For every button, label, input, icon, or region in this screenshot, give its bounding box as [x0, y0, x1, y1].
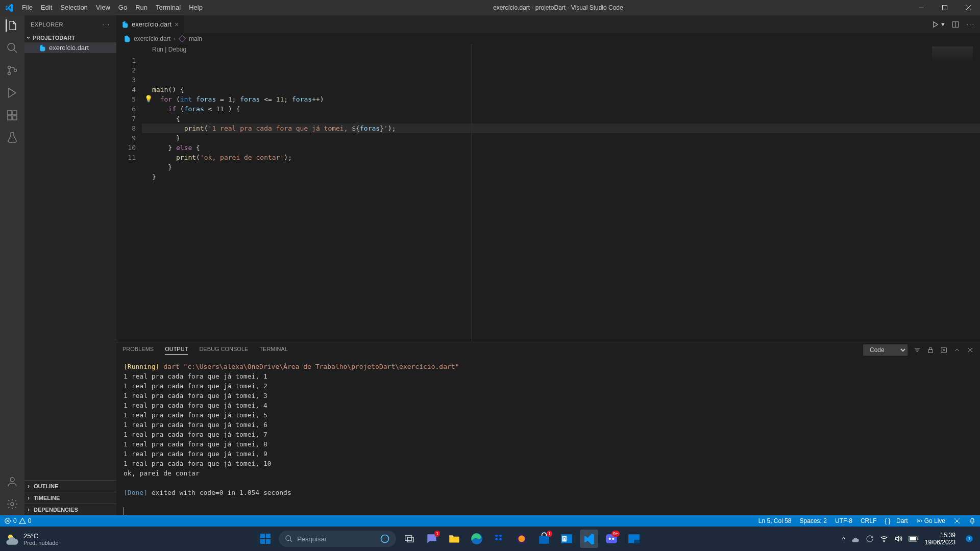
line-gutter: 1234567891011 [116, 44, 142, 342]
code-line[interactable]: print('ok, parei de contar'); [142, 153, 980, 162]
panel-tabs: PROBLEMSOUTPUTDEBUG CONSOLETERMINAL Code [116, 342, 980, 358]
menu-help[interactable]: Help [185, 0, 207, 15]
tray-update-icon[interactable] [866, 535, 874, 543]
taskbar-search[interactable]: Pesquisar [279, 531, 396, 547]
code-line[interactable]: } [142, 162, 980, 172]
code-line[interactable]: for (int foras = 1; foras <= 11; foras++… [142, 94, 980, 104]
dart-file-icon [124, 35, 131, 42]
accounts-icon[interactable] [6, 475, 18, 488]
tray-volume-icon[interactable] [894, 535, 902, 543]
menu-terminal[interactable]: Terminal [152, 0, 185, 15]
more-actions-icon[interactable]: ··· [966, 20, 975, 28]
sidebar-section-timeline[interactable]: TIMELINE [24, 492, 116, 504]
code-line[interactable]: } [142, 172, 980, 182]
output-content[interactable]: [Running] dart "c:\Users\alexa\OneDrive\… [116, 358, 980, 515]
status-errors[interactable]: 0 0 [0, 517, 35, 524]
editor-tab[interactable]: exercício.dart × [116, 15, 184, 33]
status-language[interactable]: { } Dart [880, 517, 912, 524]
taskbar-app-edge[interactable] [468, 530, 486, 548]
code-line[interactable]: if (foras < 11 ) { [142, 104, 980, 114]
testing-icon[interactable] [6, 132, 18, 144]
status-feedback-icon[interactable] [949, 517, 965, 524]
code-content[interactable]: main() { for (int foras = 1; foras <= 11… [142, 44, 980, 342]
clear-output-icon[interactable] [940, 346, 947, 354]
close-panel-icon[interactable] [967, 346, 974, 354]
menu-file[interactable]: File [18, 0, 37, 15]
tray-wifi-icon[interactable] [880, 535, 888, 543]
output-channel-select[interactable]: Code [863, 344, 908, 356]
taskbar-app-dropbox[interactable] [490, 530, 508, 548]
task-view-icon[interactable] [400, 530, 419, 548]
taskbar-app-eclipse[interactable] [512, 530, 531, 548]
panel-tab-debug-console[interactable]: DEBUG CONSOLE [199, 346, 248, 355]
taskbar-app-vscode[interactable] [580, 530, 598, 548]
code-editor[interactable]: Run | Debug 💡 1234567891011 main() { for… [116, 44, 980, 342]
file-item[interactable]: exercício.dart [24, 42, 116, 53]
window-title: exercício.dart - projetoDart - Visual St… [207, 4, 910, 11]
start-button[interactable] [256, 530, 275, 548]
sidebar-section-outline[interactable]: OUTLINE [24, 480, 116, 492]
panel-tab-terminal[interactable]: TERMINAL [259, 346, 288, 355]
panel-tab-output[interactable]: OUTPUT [165, 346, 188, 355]
code-line[interactable]: { [142, 114, 980, 123]
code-line[interactable]: main() { [142, 85, 980, 94]
more-icon[interactable]: ··· [103, 21, 110, 28]
svg-point-22 [956, 520, 958, 522]
taskbar-app-store[interactable]: 1 [535, 530, 553, 548]
status-golive[interactable]: Go Live [912, 517, 949, 524]
explorer-sidebar: EXPLORER ··· PROJETODART exercício.dart … [24, 15, 116, 515]
search-icon[interactable] [6, 42, 18, 54]
svg-rect-25 [266, 534, 271, 538]
maximize-button[interactable] [933, 0, 957, 15]
svg-point-29 [381, 535, 389, 543]
sidebar-section-dependencies[interactable]: DEPENDENCIES [24, 504, 116, 515]
explorer-icon[interactable] [6, 19, 18, 32]
svg-text:1: 1 [968, 537, 971, 541]
taskbar-app-chat[interactable]: 1 [423, 530, 441, 548]
panel-tab-problems[interactable]: PROBLEMS [122, 346, 154, 355]
split-editor-icon[interactable] [952, 21, 959, 28]
settings-gear-icon[interactable] [6, 498, 18, 510]
taskbar-clock[interactable]: 15:39 19/06/2023 [925, 532, 959, 546]
run-debug-icon[interactable] [6, 87, 18, 99]
status-bell-icon[interactable] [965, 517, 980, 524]
taskbar-weather[interactable]: 25°C Pred. nublado [0, 532, 64, 546]
taskbar-app-outlook-pre[interactable] [625, 530, 643, 548]
status-cursor[interactable]: Ln 5, Col 58 [754, 517, 796, 524]
breadcrumb[interactable]: exercício.dart › main [116, 33, 980, 44]
close-button[interactable] [957, 0, 980, 15]
close-tab-icon[interactable]: × [175, 20, 179, 29]
run-dropdown-icon[interactable]: ▾ [941, 20, 945, 28]
minimize-button[interactable] [910, 0, 933, 15]
extensions-icon[interactable] [6, 109, 18, 121]
taskbar-time: 15:39 [925, 532, 955, 539]
cortana-icon[interactable] [380, 534, 390, 544]
tray-battery-icon[interactable] [909, 536, 919, 542]
taskbar-app-discord[interactable]: 9+ [602, 530, 621, 548]
maximize-panel-icon[interactable] [953, 346, 961, 354]
menu-go[interactable]: Go [114, 0, 131, 15]
tray-notifications-icon[interactable]: 1 [965, 534, 974, 543]
tray-chevron-icon[interactable]: ^ [842, 535, 845, 543]
lock-icon[interactable] [927, 346, 934, 354]
menu-run[interactable]: Run [131, 0, 152, 15]
menu-view[interactable]: View [92, 0, 114, 15]
taskbar-app-explorer[interactable] [445, 530, 463, 548]
svg-point-10 [10, 478, 14, 482]
status-spaces[interactable]: Spaces: 2 [796, 517, 831, 524]
tray-onedrive-icon[interactable] [851, 535, 860, 543]
menu-selection[interactable]: Selection [56, 0, 91, 15]
code-line[interactable]: } else { [142, 143, 980, 153]
taskbar-app-outlook[interactable]: O [557, 530, 576, 548]
status-eol[interactable]: CRLF [856, 517, 880, 524]
run-icon[interactable] [932, 21, 939, 28]
project-folder[interactable]: PROJETODART [24, 33, 116, 42]
code-line[interactable]: } [142, 133, 980, 143]
filter-icon[interactable] [914, 346, 921, 354]
minimap[interactable] [932, 46, 973, 62]
source-control-icon[interactable] [6, 64, 18, 77]
explorer-header: EXPLORER ··· [24, 15, 116, 33]
menu-edit[interactable]: Edit [37, 0, 56, 15]
status-encoding[interactable]: UTF-8 [831, 517, 856, 524]
code-line[interactable]: print('1 real pra cada fora que já tomei… [142, 123, 980, 133]
